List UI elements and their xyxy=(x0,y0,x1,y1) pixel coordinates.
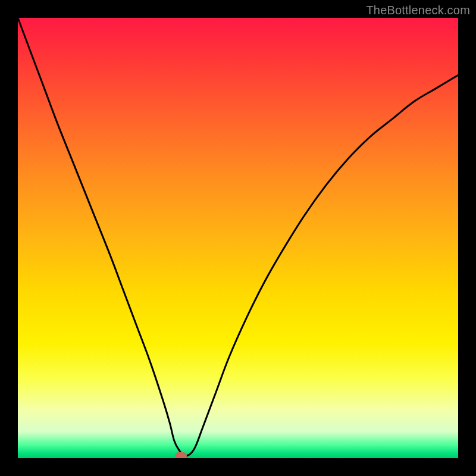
chart-frame: TheBottleneck.com xyxy=(0,0,476,476)
watermark-text: TheBottleneck.com xyxy=(366,4,470,17)
bottleneck-curve xyxy=(18,18,458,456)
plot-area xyxy=(18,18,458,458)
curve-svg xyxy=(18,18,458,458)
minimum-marker xyxy=(175,452,187,458)
